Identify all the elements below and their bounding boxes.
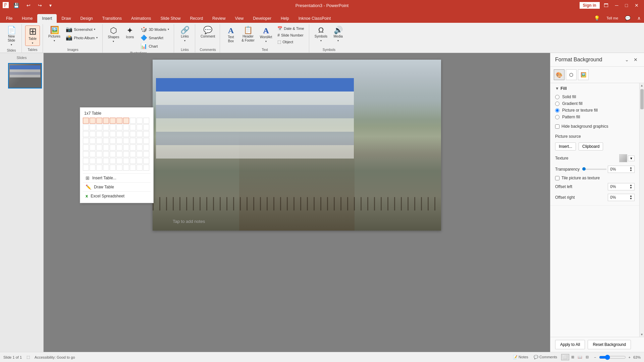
table-grid-cell[interactable]: [116, 124, 122, 130]
media-button[interactable]: 🔊 Media ▾: [331, 25, 345, 43]
date-time-button[interactable]: 📅 Date & Time: [275, 25, 306, 32]
tab-help[interactable]: Help: [276, 14, 294, 23]
table-grid-cell[interactable]: [116, 165, 122, 171]
table-grid-cell[interactable]: [103, 131, 109, 137]
table-grid-cell[interactable]: [110, 124, 116, 130]
table-grid-cell[interactable]: [137, 118, 143, 124]
chart-button[interactable]: 📊 Chart: [139, 42, 171, 50]
tab-transitions[interactable]: Transitions: [98, 14, 126, 23]
table-grid-cell[interactable]: [103, 158, 109, 164]
table-grid-cell[interactable]: [90, 151, 96, 157]
icons-button[interactable]: ✦ Icons: [122, 25, 137, 40]
transparency-decrement-btn[interactable]: ▼: [630, 169, 632, 172]
table-grid-cell[interactable]: [130, 131, 136, 137]
comments-icon[interactable]: 💬: [623, 15, 633, 21]
object-button[interactable]: ⬚ Object: [275, 39, 306, 45]
smartart-button[interactable]: 🔷 SmartArt: [139, 34, 171, 42]
table-grid-cell[interactable]: [143, 151, 149, 157]
tab-home[interactable]: Home: [17, 14, 37, 23]
tab-design[interactable]: Design: [75, 14, 97, 23]
gradient-fill-option[interactable]: Gradient fill: [555, 100, 635, 107]
insert-picture-button[interactable]: Insert...: [555, 142, 576, 150]
slide-canvas[interactable]: Tap to add notes: [153, 60, 441, 231]
table-grid-cell[interactable]: [96, 138, 102, 144]
table-grid-cell[interactable]: [90, 131, 96, 137]
reading-view-btn[interactable]: 📖: [576, 354, 584, 360]
table-grid-cell[interactable]: [130, 124, 136, 130]
table-grid-cell[interactable]: [116, 138, 122, 144]
tab-slideshow[interactable]: Slide Show: [156, 14, 185, 23]
hide-background-graphics-checkbox[interactable]: [555, 124, 559, 129]
table-button[interactable]: ⊞ Table ▾: [25, 25, 40, 46]
fill-section-header[interactable]: ▼ Fill: [555, 86, 635, 91]
table-grid-cell[interactable]: [123, 158, 129, 164]
table-grid-cell[interactable]: [137, 131, 143, 137]
links-button[interactable]: 🔗 Links ▾: [177, 25, 192, 43]
minimize-btn[interactable]: ─: [612, 2, 621, 9]
clipboard-button[interactable]: Clipboard: [579, 142, 603, 150]
tab-view[interactable]: View: [230, 14, 248, 23]
format-panel-close-btn[interactable]: ✕: [632, 56, 639, 63]
collapse-ribbon-icon[interactable]: ∧: [635, 15, 643, 21]
table-grid-cell[interactable]: [116, 151, 122, 157]
tab-draw[interactable]: Draw: [57, 14, 75, 23]
table-grid-cell[interactable]: [103, 165, 109, 171]
format-tab-effects-btn[interactable]: ⬡: [566, 69, 577, 80]
table-grid-cell[interactable]: [130, 118, 136, 124]
offset-right-input[interactable]: 0% ▲ ▼: [608, 194, 635, 201]
table-cell-grid[interactable]: [83, 118, 151, 171]
insert-table-menu-item[interactable]: ⊞ Insert Table...: [83, 173, 151, 182]
tab-animations[interactable]: Animations: [126, 14, 156, 23]
apply-to-all-button[interactable]: Apply to All: [555, 340, 585, 349]
transparency-value-input[interactable]: 0% ▲ ▼: [608, 166, 635, 173]
table-grid-cell[interactable]: [96, 118, 102, 124]
solid-fill-radio[interactable]: [555, 95, 559, 99]
solid-fill-option[interactable]: Solid fill: [555, 94, 635, 100]
table-grid-cell[interactable]: [137, 165, 143, 171]
table-grid-cell[interactable]: [83, 151, 89, 157]
tab-developer[interactable]: Developer: [248, 14, 276, 23]
table-grid-cell[interactable]: [123, 151, 129, 157]
table-grid-cell[interactable]: [137, 124, 143, 130]
tell-me-label[interactable]: Tell me: [604, 15, 620, 21]
table-grid-cell[interactable]: [110, 131, 116, 137]
screenshot-button[interactable]: 📷 Screenshot ▾: [64, 25, 99, 33]
pattern-fill-option[interactable]: Pattern fill: [555, 114, 635, 120]
table-grid-cell[interactable]: [143, 165, 149, 171]
slide-number-button[interactable]: # Slide Number: [275, 32, 306, 38]
text-box-button[interactable]: A TextBox: [223, 25, 238, 44]
table-grid-cell[interactable]: [103, 124, 109, 130]
table-grid-cell[interactable]: [110, 118, 116, 124]
format-panel-collapse-btn[interactable]: ⌄: [623, 56, 631, 63]
more-quick-btn[interactable]: ▾: [47, 2, 54, 9]
table-grid-cell[interactable]: [96, 131, 102, 137]
texture-dropdown-button[interactable]: ▼: [628, 156, 635, 161]
normal-view-btn[interactable]: ⬜: [561, 354, 569, 360]
table-grid-cell[interactable]: [110, 144, 116, 150]
pattern-fill-radio[interactable]: [555, 115, 559, 119]
table-grid-cell[interactable]: [110, 138, 116, 144]
table-grid-cell[interactable]: [143, 144, 149, 150]
save-quick-btn[interactable]: 💾: [11, 2, 22, 9]
table-grid-cell[interactable]: [83, 124, 89, 130]
tab-record[interactable]: Record: [185, 14, 208, 23]
picture-texture-fill-radio[interactable]: [555, 108, 559, 113]
table-grid-cell[interactable]: [123, 118, 129, 124]
format-tab-picture-btn[interactable]: 🖼️: [578, 69, 589, 80]
3d-models-button[interactable]: 🎲 3D Models ▾: [139, 25, 171, 33]
tab-insert[interactable]: Insert: [37, 14, 57, 23]
table-grid-cell[interactable]: [123, 131, 129, 137]
scrollbar-thumb[interactable]: [640, 89, 644, 109]
table-grid-cell[interactable]: [130, 151, 136, 157]
gradient-fill-radio[interactable]: [555, 102, 559, 106]
table-grid-cell[interactable]: [116, 144, 122, 150]
lightbulb-icon[interactable]: 💡: [592, 15, 602, 21]
table-grid-cell[interactable]: [83, 131, 89, 137]
table-grid-cell[interactable]: [103, 144, 109, 150]
table-grid-cell[interactable]: [83, 118, 89, 124]
table-grid-cell[interactable]: [143, 118, 149, 124]
table-grid-cell[interactable]: [116, 118, 122, 124]
comment-button[interactable]: 💬 Comment: [199, 25, 217, 40]
table-grid-cell[interactable]: [96, 158, 102, 164]
shapes-button[interactable]: ⬡ Shapes ▾: [106, 25, 121, 44]
